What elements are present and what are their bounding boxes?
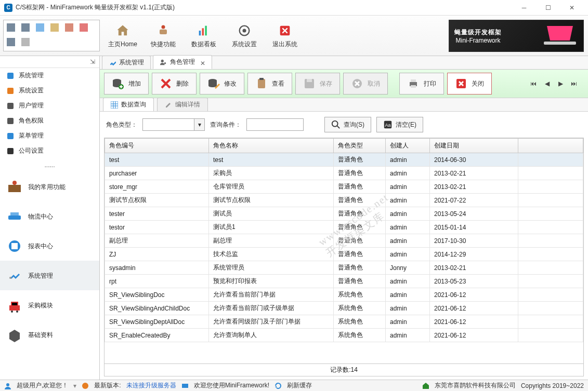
qat-icon[interactable] [65,23,73,32]
subtab-edit[interactable]: 编辑详情 [157,98,208,111]
print-button[interactable]: 打印 [399,73,444,95]
close-button[interactable]: 关闭 [447,73,492,95]
ribbon-label: 主页Home [108,40,137,49]
column-header[interactable] [518,139,583,153]
table-row[interactable]: tester测试员普通角色admin2013-05-24 [105,207,583,221]
edit-button[interactable]: 修改 [200,73,244,95]
table-row[interactable]: SR_ViewSiblingAndChildDoc允许查看当前部门或子级单据系统… [105,302,583,315]
sidebar-module[interactable]: 报表中心 [0,231,99,261]
module-icon [7,180,22,194]
column-header[interactable]: 角色名称 [209,139,334,153]
table-row[interactable]: purchaser采购员普通角色admin2013-02-21 [105,167,583,180]
chevron-down-icon[interactable]: ▾ [194,118,205,131]
sidebar-item[interactable]: 系统管理 [0,68,99,83]
qat-icon[interactable] [7,38,15,46]
table-row[interactable]: sysadmin系统管理员普通角色Jonny2013-02-21 [105,261,583,275]
next-record-button[interactable]: ▶ [556,79,565,88]
add-button[interactable]: 增加 [104,73,149,95]
sidebar-module[interactable]: 我的常用功能 [0,172,99,201]
role-type-input[interactable] [142,118,194,131]
column-header[interactable]: 角色编号 [105,139,209,153]
table-cell: 副总理 [209,234,334,248]
clear-button[interactable]: Aa 清空(E) [376,117,423,132]
sidebar-module[interactable]: 物流中心 [0,201,99,231]
exit-button[interactable]: 退出系统 [269,22,300,49]
save-button[interactable]: 保存 [295,73,340,95]
minimize-button[interactable]: ─ [512,0,536,16]
table-cell: 系统角色 [334,329,386,342]
titlebar: C C/S框架网 - MiniFramework 蝇量级开发框架 v1.1(正式… [0,0,588,16]
column-header[interactable]: 创建日期 [430,139,518,153]
status-refresh[interactable]: 刷新缓存 [287,381,312,390]
table-row[interactable]: SR_ViewSiblingDeptAllDoc允许查看同级部门及子部门单据系统… [105,315,583,329]
table-row[interactable]: SR_ViewSiblingDoc允许查看当前部门单据系统角色admin2021… [105,288,583,302]
prev-record-button[interactable]: ◀ [542,79,552,88]
sidebar-module[interactable]: 采购模块 [0,290,99,320]
column-header[interactable]: 创建人 [386,139,430,153]
table-row[interactable]: rpt预览和打印报表普通角色admin2013-05-23 [105,275,583,288]
chart-icon [195,22,212,39]
table-cell: 普通角色 [334,207,386,221]
document-tab[interactable]: 系统管理 [102,56,151,69]
qat-icon[interactable] [50,23,59,32]
qat-icon[interactable] [36,23,44,32]
sidebar-item[interactable]: 系统设置 [0,83,99,98]
close-tab-icon[interactable]: ✕ [200,60,205,65]
table-row[interactable]: testtest普通角色admin2014-06-30 [105,153,583,167]
table-cell: admin [386,275,430,288]
data-grid[interactable]: 角色编号角色名称角色类型创建人创建日期testtest普通角色admin2014… [104,138,584,364]
qat-icon[interactable] [21,38,30,46]
table-cell: store_mgr [105,180,209,194]
condition-label: 查询条件： [210,120,241,129]
search-button[interactable]: 查询(S) [324,117,371,132]
table-cell: tester [105,207,209,221]
table-cell: 普通角色 [334,261,386,275]
print-icon [407,77,420,90]
quick-button[interactable]: 快捷功能 [148,22,179,49]
svg-rect-4 [205,26,207,36]
table-row[interactable]: store_mgr仓库管理员普通角色admin2013-02-21 [105,180,583,194]
sidebar-item[interactable]: 用户管理 [0,98,99,113]
update-icon [82,382,89,389]
subtab-query[interactable]: 数据查询 [103,98,154,111]
table-cell: 2013-05-24 [430,207,518,221]
role-type-combo[interactable]: ▾ [142,118,205,131]
dashboard-button[interactable]: 数据看板 [188,22,219,49]
table-row[interactable]: testor测试员1普通角色admin2015-01-14 [105,221,583,234]
maximize-button[interactable]: ☐ [536,0,560,16]
home-button[interactable]: 主页Home [107,22,138,49]
cancel-button[interactable]: 取消 [343,73,388,95]
close-window-button[interactable]: ✕ [560,0,584,16]
condition-input[interactable] [246,118,304,131]
document-tab[interactable]: 角色管理✕ [153,55,212,69]
sidebar-module[interactable]: 基础资料 [0,320,99,349]
pin-icon[interactable]: ⇲ [0,56,99,68]
table-cell: admin [386,207,430,221]
table-cell: 普通角色 [334,248,386,261]
db-plus-icon [112,77,124,90]
delete-button[interactable]: 删除 [152,73,197,95]
column-header[interactable]: 角色类型 [334,139,386,153]
grid-footer: 记录数:14 [104,364,584,376]
table-row[interactable]: SR_EnableCreatedBy允许查询制单人系统角色admin2021-0… [105,329,583,342]
status-version-link[interactable]: 未连接升级服务器 [126,381,176,390]
view-button[interactable]: 查看 [247,73,292,95]
settings-button[interactable]: 系统设置 [229,22,260,49]
last-record-button[interactable]: ⏭ [569,79,579,88]
table-row[interactable]: 副总理副总理普通角色admin2017-10-30 [105,234,583,248]
qat-icon[interactable] [7,23,15,32]
x-icon [160,77,172,90]
sidebar-module[interactable]: 系统管理 [0,261,99,290]
svg-rect-32 [307,79,312,82]
search-icon [331,120,341,129]
sidebar-item[interactable]: 菜单管理 [0,128,99,143]
first-record-button[interactable]: ⏮ [529,79,538,88]
module-icon [7,239,22,253]
qat-icon[interactable] [21,23,30,32]
table-cell: 2015-01-14 [430,221,518,234]
table-row[interactable]: ZJ技术总监普通角色admin2014-12-29 [105,248,583,261]
table-row[interactable]: 测试节点权限测试节点权限普通角色admin2021-07-22 [105,194,583,207]
sidebar-item[interactable]: 公司设置 [0,143,99,158]
sidebar-item[interactable]: 角色权限 [0,113,99,128]
qat-icon[interactable] [80,23,88,32]
